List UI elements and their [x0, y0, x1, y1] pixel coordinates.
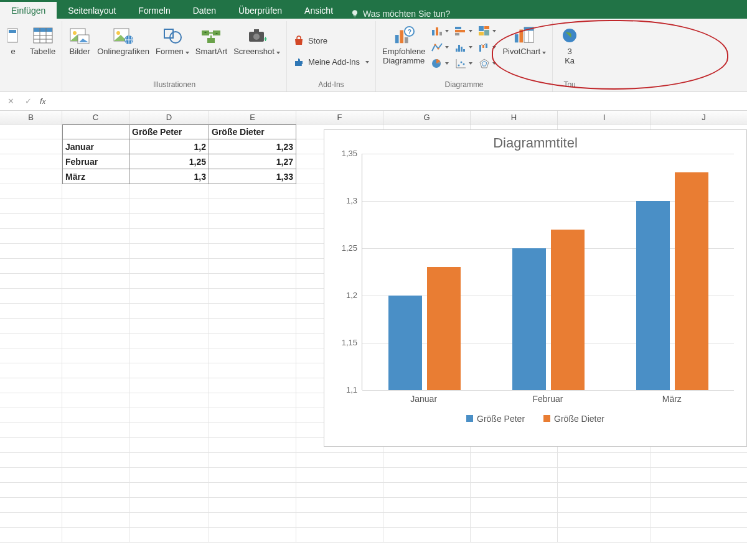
cell[interactable] — [296, 453, 383, 468]
column-header-E[interactable]: E — [209, 111, 296, 124]
screenshot-button[interactable]: + Screenshot — [231, 24, 283, 58]
cell[interactable] — [209, 423, 296, 438]
cell[interactable] — [296, 513, 383, 528]
cell[interactable] — [62, 498, 129, 513]
cell[interactable] — [558, 453, 651, 468]
cell[interactable] — [0, 334, 62, 348]
cell[interactable] — [129, 453, 209, 468]
cell[interactable] — [62, 468, 129, 483]
table-button[interactable]: Tabelle — [27, 24, 58, 58]
formula-enter-button[interactable]: ✓ — [22, 96, 34, 106]
cell[interactable] — [0, 214, 62, 229]
chart-title[interactable]: Diagrammtitel — [324, 130, 746, 154]
cell[interactable] — [62, 199, 129, 214]
column-header-C[interactable]: C — [62, 111, 129, 124]
cell[interactable] — [62, 334, 129, 348]
cell[interactable] — [0, 423, 62, 438]
cell[interactable] — [129, 393, 209, 408]
pie-chart-button[interactable] — [429, 56, 451, 71]
legend-item[interactable]: Größe Dieter — [543, 414, 604, 424]
cell[interactable] — [209, 438, 296, 453]
cell[interactable] — [0, 513, 62, 528]
cell[interactable] — [383, 528, 471, 543]
cell[interactable]: 1,2 — [129, 139, 209, 154]
cell[interactable] — [209, 363, 296, 378]
cell[interactable] — [209, 378, 296, 393]
cell[interactable] — [62, 453, 129, 468]
cell[interactable] — [209, 408, 296, 423]
cell[interactable] — [383, 513, 471, 528]
cell[interactable] — [0, 378, 62, 393]
cell[interactable] — [129, 244, 209, 259]
cell[interactable] — [558, 483, 651, 498]
cell[interactable] — [129, 184, 209, 199]
cell[interactable] — [0, 229, 62, 244]
column-header-G[interactable]: G — [383, 111, 471, 124]
cell[interactable] — [129, 274, 209, 289]
cell[interactable] — [0, 348, 62, 363]
cell[interactable]: Februar — [62, 154, 129, 169]
cell[interactable] — [558, 498, 651, 513]
cell[interactable] — [209, 199, 296, 214]
3d-map-button[interactable]: 3Ka — [557, 24, 583, 67]
cell[interactable] — [296, 528, 383, 543]
chart-bar[interactable] — [551, 230, 585, 390]
column-header-I[interactable]: I — [558, 111, 651, 124]
cell[interactable] — [129, 528, 209, 543]
histogram-button[interactable] — [453, 40, 475, 55]
cell[interactable] — [0, 139, 62, 154]
legend-item[interactable]: Größe Peter — [466, 414, 525, 424]
cell[interactable] — [651, 453, 747, 468]
chart-bar[interactable] — [675, 172, 708, 390]
cell[interactable]: 1,27 — [209, 154, 296, 169]
cell[interactable] — [0, 199, 62, 214]
cell[interactable] — [209, 319, 296, 334]
cell[interactable] — [0, 304, 62, 319]
cell[interactable]: 1,25 — [129, 154, 209, 169]
cell[interactable] — [0, 289, 62, 304]
cell[interactable] — [383, 498, 471, 513]
cell[interactable] — [62, 214, 129, 229]
spreadsheet[interactable]: BCDEFGHIJ Größe PeterGröße DieterJanuar1… — [0, 111, 747, 560]
cell[interactable] — [129, 348, 209, 363]
shapes-button[interactable]: Formen — [153, 24, 192, 58]
cell[interactable]: 1,33 — [209, 169, 296, 184]
cell[interactable] — [383, 468, 471, 483]
formula-input[interactable] — [52, 96, 742, 107]
cell[interactable] — [129, 513, 209, 528]
cell[interactable] — [209, 348, 296, 363]
cell[interactable] — [0, 124, 62, 139]
cell[interactable] — [62, 348, 129, 363]
cell[interactable] — [651, 513, 747, 528]
waterfall-button[interactable] — [476, 40, 499, 55]
cell[interactable] — [129, 408, 209, 423]
cell[interactable] — [209, 334, 296, 348]
column-header-F[interactable]: F — [296, 111, 383, 124]
cell[interactable] — [209, 393, 296, 408]
cell[interactable] — [471, 513, 558, 528]
cell[interactable] — [62, 438, 129, 453]
tab-daten[interactable]: Daten — [182, 2, 227, 19]
cell[interactable] — [0, 453, 62, 468]
store-button[interactable]: Store — [291, 34, 330, 49]
cell[interactable] — [471, 528, 558, 543]
cell[interactable] — [209, 289, 296, 304]
tab-ansicht[interactable]: Ansicht — [293, 2, 344, 19]
cell[interactable] — [129, 483, 209, 498]
cell[interactable] — [296, 468, 383, 483]
cell[interactable]: Januar — [62, 139, 129, 154]
cell[interactable] — [129, 289, 209, 304]
cell[interactable] — [62, 513, 129, 528]
online-pictures-button[interactable]: Onlinegrafiken — [95, 24, 152, 58]
pivotchart-button[interactable]: PivotChart — [500, 24, 548, 58]
cell[interactable] — [209, 498, 296, 513]
cell[interactable] — [383, 483, 471, 498]
pivot-partial-button[interactable]: e — [0, 24, 26, 58]
cell[interactable] — [0, 528, 62, 543]
cell[interactable] — [62, 289, 129, 304]
recommended-charts-button[interactable]: ? Empfohlene Diagramme — [380, 24, 428, 67]
cell[interactable] — [558, 468, 651, 483]
cell[interactable] — [651, 498, 747, 513]
cell[interactable] — [62, 319, 129, 334]
cell[interactable] — [62, 184, 129, 199]
